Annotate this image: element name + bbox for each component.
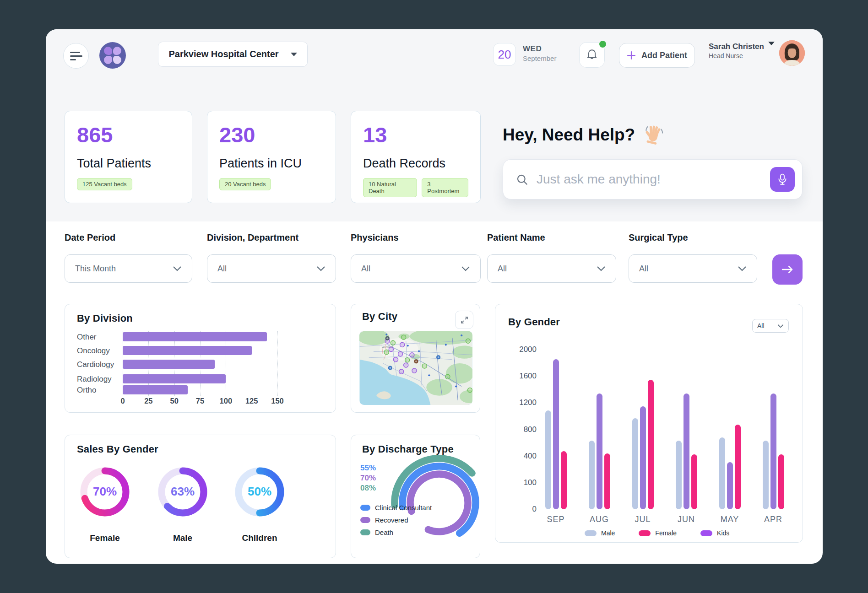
stat-value: 865 [77,122,180,147]
map-marker [407,345,409,346]
date-weekday: WED [523,44,542,54]
date-month: September [523,54,556,62]
assistant-search-bar[interactable]: Just ask me anything! [503,159,803,199]
arrow-right-icon [781,265,794,274]
map-marker [384,350,389,355]
division-label: Cardiology [77,360,114,369]
bar-female [778,454,784,509]
bar-kids [770,394,776,509]
status-badge: 3 Postmortem [422,178,468,197]
x-tick-label: 25 [138,397,158,405]
waving-hand-icon [640,122,666,148]
chevron-down-icon [291,53,297,56]
x-tick-label: 150 [267,397,288,405]
map-marker [422,364,427,368]
map-marker [438,356,439,358]
legend-item: Recovered [360,516,408,524]
legend-label: Kids [717,529,729,537]
x-tick-label: JUN [670,515,702,524]
chevron-down-icon [768,42,775,53]
bar-female [604,453,610,509]
x-tick-label: JUL [627,515,659,524]
user-role: Head Nurse [709,52,743,59]
legend-label: Female [655,529,677,537]
avatar[interactable] [779,40,805,66]
menu-button[interactable] [63,43,89,69]
by-division-card: By Division 0255075100125150OtherOncolog… [65,304,336,413]
map-marker [467,388,472,393]
filter-select-physicians[interactable]: All [351,254,481,283]
stat-card-icu-patients: 230 Patients in ICU 20 Vacant beds [207,111,336,203]
expand-map-button[interactable] [455,311,473,329]
legend-swatch [585,530,597,536]
x-tick-label: 100 [216,397,236,405]
y-tick-label: 1200 [509,398,537,407]
bar-kids [553,359,559,509]
donut-label: Male [151,533,215,543]
filter-select-division[interactable]: All [207,254,336,283]
filter-label-surgical-type: Surgical Type [629,232,688,243]
legend-swatch [360,529,370,535]
map-marker [393,357,398,362]
x-tick-label: MAY [714,515,746,524]
x-tick-label: 50 [164,397,184,405]
filter-select-date-period[interactable]: This Month [65,254,192,283]
legend-item: Clinical Consultant [360,504,432,512]
bar-kids [684,394,689,509]
by-city-card: By City [351,304,480,413]
add-patient-button[interactable]: Add Patient [619,43,695,68]
by-discharge-type-card: By Discharge Type 55%70%08% Clinical Con… [351,435,480,558]
stat-value: 13 [363,122,468,147]
x-tick-label: 125 [242,397,262,405]
gender-legend: MaleFemaleKids [585,529,729,537]
map-marker [445,374,450,379]
notifications-button[interactable] [579,42,605,68]
map-marker [455,385,457,387]
y-tick-label: 800 [509,425,537,434]
stat-label: Total Patients [77,156,180,171]
user-name: Sarah Christen [709,42,764,51]
y-tick-label: 0 [509,505,537,514]
map-marker [389,367,391,369]
map-marker [410,353,414,357]
x-tick-label: SEP [540,515,572,524]
division-label: Radiology [77,375,112,384]
y-tick-label: 1600 [509,372,537,381]
legend-label: Male [601,529,615,537]
menu-icon [70,52,82,60]
card-title: Sales By Gender [77,443,158,455]
microphone-icon [777,173,787,185]
user-menu-button[interactable] [768,45,775,54]
chevron-down-icon [316,266,326,271]
bar-male [545,410,551,509]
donut-label: Children [228,533,292,543]
bar-female [735,425,741,509]
division-bar [123,374,226,383]
by-gender-card: By Gender All 2000160012008004001000SEPA… [495,304,803,543]
chevron-down-icon [173,266,182,271]
chevron-down-icon [597,266,606,271]
apply-filters-button[interactable] [772,254,803,285]
hospital-selector[interactable]: Parkview Hospital Center [158,42,308,67]
bar-male [719,437,725,509]
card-title: By Division [77,313,133,324]
gender-filter-select[interactable]: All [752,319,789,333]
avatar-portrait [779,40,805,66]
donut-percentage: 63% [164,485,201,499]
voice-input-button[interactable] [770,167,795,192]
card-title: By Gender [508,316,560,328]
city-map[interactable]: Los Angeles [359,331,472,405]
status-badge: 20 Vacant beds [219,178,271,190]
filter-select-patient-name[interactable]: All [487,254,616,283]
plus-icon [627,51,636,60]
map-marker [461,334,462,336]
notification-dot [599,41,606,48]
sales-by-gender-card: Sales By Gender 70%Female63%Male50%Child… [65,435,336,558]
filter-select-surgical-type[interactable]: All [629,254,757,283]
filter-label-division: Division, Department [207,232,298,243]
map-marker [389,347,393,351]
division-bar [123,385,188,394]
map-marker [466,339,470,343]
legend-item: Death [360,528,393,536]
card-title: By City [362,311,397,323]
